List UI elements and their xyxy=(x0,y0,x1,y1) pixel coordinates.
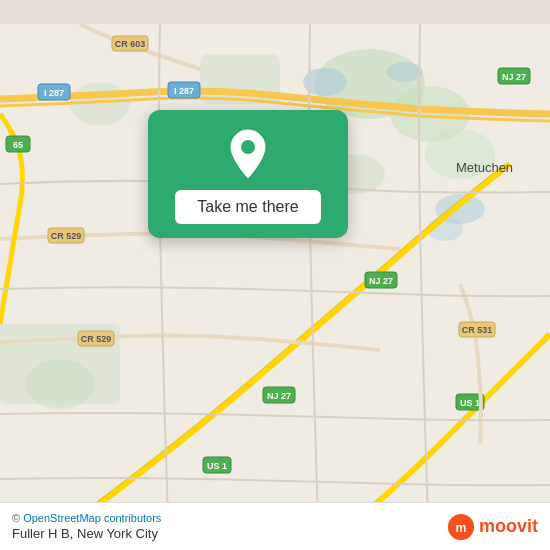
location-card: Take me there xyxy=(148,110,348,238)
moovit-text: moovit xyxy=(479,516,538,537)
svg-text:CR 603: CR 603 xyxy=(115,39,146,49)
osm-link[interactable]: OpenStreetMap contributors xyxy=(23,512,161,524)
moovit-logo: m moovit xyxy=(447,513,538,541)
svg-text:I 287: I 287 xyxy=(44,88,64,98)
take-me-there-button[interactable]: Take me there xyxy=(175,190,320,224)
svg-text:NJ 27: NJ 27 xyxy=(267,391,291,401)
location-name-label: Fuller H B, New York City xyxy=(12,526,161,541)
svg-text:NJ 27: NJ 27 xyxy=(502,72,526,82)
map-background: I 287 I 287 NJ 27 NJ 27 NJ 27 US 1 US 1 … xyxy=(0,0,550,550)
map-container: I 287 I 287 NJ 27 NJ 27 NJ 27 US 1 US 1 … xyxy=(0,0,550,550)
svg-text:m: m xyxy=(456,521,467,535)
moovit-icon: m xyxy=(447,513,475,541)
svg-text:I 287: I 287 xyxy=(174,86,194,96)
svg-point-8 xyxy=(25,359,95,409)
pin-icon xyxy=(222,128,274,180)
svg-text:US 1: US 1 xyxy=(207,461,227,471)
svg-text:65: 65 xyxy=(13,140,23,150)
svg-point-38 xyxy=(241,140,255,154)
osm-attribution: © OpenStreetMap contributors xyxy=(12,512,161,524)
svg-text:CR 531: CR 531 xyxy=(462,325,493,335)
svg-text:US 1: US 1 xyxy=(460,398,480,408)
svg-text:Metuchen: Metuchen xyxy=(456,160,513,175)
svg-text:CR 529: CR 529 xyxy=(81,334,112,344)
svg-point-10 xyxy=(387,62,423,82)
bottom-bar: © OpenStreetMap contributors Fuller H B,… xyxy=(0,502,550,550)
svg-text:NJ 27: NJ 27 xyxy=(369,276,393,286)
osm-symbol: © xyxy=(12,512,20,524)
svg-text:CR 529: CR 529 xyxy=(51,231,82,241)
